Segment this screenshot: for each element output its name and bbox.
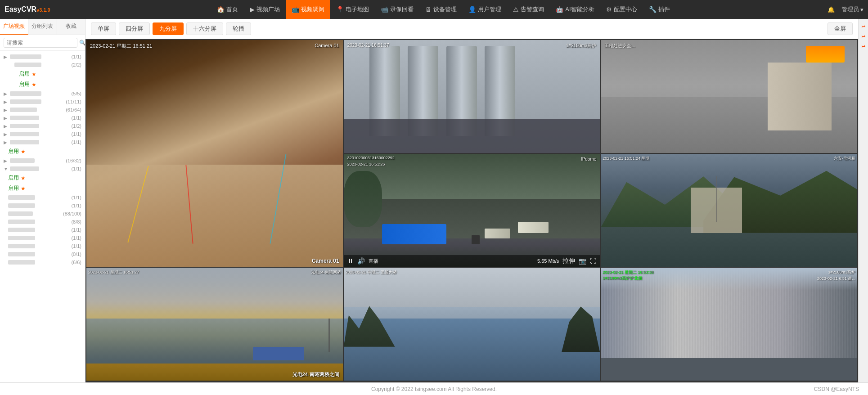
tree-item[interactable]: (6/6): [0, 258, 85, 266]
nav-config-label: 配置中心: [614, 5, 637, 13]
tree-item[interactable]: 启用 ★: [0, 183, 85, 193]
nav-plugin[interactable]: 🔧 插件: [643, 0, 675, 19]
tree-item[interactable]: ▶ (61/64): [0, 106, 85, 114]
tree-item[interactable]: 启用 ★: [0, 79, 85, 90]
nav-ai[interactable]: 🤖 AI智能分析: [550, 0, 599, 19]
single-screen-button[interactable]: 单屏: [91, 22, 116, 35]
tree-count: (1/1): [71, 203, 81, 208]
tree-item[interactable]: ▼ (1/1): [0, 165, 85, 173]
right-panel-item-1[interactable]: 1: [860, 23, 867, 30]
nav-home[interactable]: 🏠 首页: [211, 0, 243, 19]
sixteen-screen-button[interactable]: 十六分屏: [186, 22, 223, 35]
tree-item[interactable]: 启用 ★: [0, 69, 85, 79]
video-cell-5[interactable]: 2023-02-21 16:51:24 星期 六安-皂河桥: [601, 154, 857, 267]
video-bottom-label-6: 光电24-南昭两桥之间: [292, 371, 339, 378]
search-icon[interactable]: 🔍: [79, 40, 85, 46]
tree-count: (1/1): [71, 243, 81, 249]
nav-playback[interactable]: 📹 录像回看: [375, 0, 419, 19]
tree-item[interactable]: ▶ (1/1): [0, 114, 85, 122]
video-cell-6[interactable]: 2023-02-21 星期二 16:51:27 光电24-南昭网桥 光电24-南…: [86, 268, 343, 381]
pause-button[interactable]: ⏸: [347, 257, 354, 265]
video-cell-4[interactable]: 320102000313169002292 2023-02-21 16:51:2…: [344, 154, 600, 267]
snapshot-icon[interactable]: 📷: [579, 257, 586, 265]
tree-item[interactable]: (2/2): [0, 61, 85, 69]
tree-status-label: 启用: [8, 174, 19, 182]
right-panel-item-3[interactable]: 1: [860, 43, 867, 49]
tree-label-blurred: [10, 108, 37, 112]
tree-item[interactable]: ▶ (1/1): [0, 53, 85, 61]
nav-config[interactable]: ⚙ 配置中心: [601, 0, 643, 19]
tree-item[interactable]: 启用 ★: [0, 173, 85, 183]
tree-item[interactable]: ▶ (1/1): [0, 138, 85, 146]
video-cell-2[interactable]: 2023-02-21 16:51:37 1#2100m3高炉: [344, 40, 600, 153]
live-label: 直播: [369, 258, 378, 265]
nav-user[interactable]: 👤 用户管理: [463, 0, 507, 19]
tree-item[interactable]: ▶ (5/5): [0, 90, 85, 98]
tree-item[interactable]: ▶ (16/32): [0, 157, 85, 165]
tree-item[interactable]: (1/1): [0, 226, 85, 234]
tree-label-blurred: [10, 99, 41, 104]
video-timestamp-2: 2023-02-21 16:51:37: [347, 43, 389, 48]
volume-button[interactable]: 🔊: [357, 257, 365, 265]
nav-device[interactable]: 🖥 设备管理: [420, 0, 462, 19]
nav-video-channel[interactable]: 📺 视频调阅: [286, 0, 330, 19]
tree-item[interactable]: ▶ (11/11): [0, 98, 85, 106]
carousel-button[interactable]: 轮播: [226, 22, 251, 35]
tree-label-blurred: [8, 220, 35, 224]
nine-screen-button[interactable]: 九分屏: [153, 22, 184, 35]
expand-icon[interactable]: ⛶: [590, 257, 596, 265]
tab-favorites[interactable]: 收藏: [57, 19, 85, 35]
tree-label-blurred: [8, 211, 33, 216]
video-cell-3[interactable]: 工程处进安全...: [601, 40, 857, 153]
tree-item[interactable]: (1/1): [0, 202, 85, 210]
video-cell-8[interactable]: 2023-02-21 星期二 16:53:38 1#2190m3高炉炉北侧 1#…: [601, 268, 857, 381]
video-timestamp-6: 2023-02-21 星期二 16:51:27: [88, 269, 139, 275]
tree-count: (88/100): [63, 211, 81, 216]
tree-label-blurred: [10, 158, 35, 163]
tree-count: (1/1): [71, 227, 81, 233]
bell-button[interactable]: 🔔: [828, 6, 835, 13]
star-icon[interactable]: ★: [21, 185, 26, 192]
tree-item[interactable]: (8/8): [0, 218, 85, 226]
star-icon[interactable]: ★: [31, 81, 36, 88]
video-timestamp-3: 工程处进安全...: [604, 43, 635, 49]
video-timestamp-7: 2023-02-21 牛期二 互通大桥: [346, 269, 397, 275]
tree-label-blurred: [10, 116, 39, 120]
drag-icon[interactable]: 拉伸: [562, 257, 575, 265]
fullscreen-button[interactable]: 全屏: [828, 22, 853, 35]
tree-count: (1/1): [71, 54, 81, 59]
tree-item[interactable]: ▶ (1/2): [0, 122, 85, 130]
tree-item[interactable]: 启用 ★: [0, 146, 85, 157]
four-screen-button[interactable]: 四分屏: [119, 22, 150, 35]
tree-item[interactable]: (0/1): [0, 250, 85, 258]
video-green-text-8: 2023-02-21 星期二 16:53:38 1#2190m3高炉炉北侧: [603, 269, 653, 281]
tree-arrow-icon: ▶: [4, 124, 8, 129]
sidebar-tabs: 广场视频 分组列表 收藏: [0, 19, 85, 35]
admin-user[interactable]: 管理员 ▾: [841, 5, 864, 13]
tree-item[interactable]: (1/1): [0, 234, 85, 242]
tab-venue-video[interactable]: 广场视频: [0, 19, 28, 35]
tree-item[interactable]: (88/100): [0, 210, 85, 218]
search-input[interactable]: [4, 38, 77, 48]
video-cell-1[interactable]: 2023-02-21 星期二 16:51:21 Camera 01 Camera…: [86, 40, 343, 267]
star-icon[interactable]: ★: [21, 148, 26, 155]
nav-map[interactable]: 📍 电子地图: [331, 0, 374, 19]
nav-map-label: 电子地图: [346, 5, 369, 13]
tree-status-label: 启用: [19, 70, 30, 78]
app-version: v3.1.0: [36, 7, 50, 13]
tree-label-blurred: [8, 203, 35, 208]
star-icon[interactable]: ★: [21, 175, 26, 181]
map-icon: 📍: [336, 6, 344, 13]
nav-video-square[interactable]: ▶ 视频广场: [244, 0, 285, 19]
right-panel-item-2[interactable]: 1: [860, 33, 867, 40]
tree-item[interactable]: ▶ (1/1): [0, 130, 85, 138]
video-cell-7[interactable]: 2023-02-21 牛期二 互通大桥: [344, 268, 600, 381]
tree-item[interactable]: (1/1): [0, 242, 85, 250]
nav-alert[interactable]: ⚠ 告警查询: [508, 0, 549, 19]
tree-arrow-icon: ▶: [4, 99, 8, 104]
tree-count: (5/5): [71, 91, 81, 96]
star-icon[interactable]: ★: [31, 71, 36, 77]
tab-group-list[interactable]: 分组列表: [28, 19, 57, 35]
footer-right: CSDN @EasyNTS: [814, 386, 859, 392]
tree-item[interactable]: (1/1): [0, 193, 85, 202]
